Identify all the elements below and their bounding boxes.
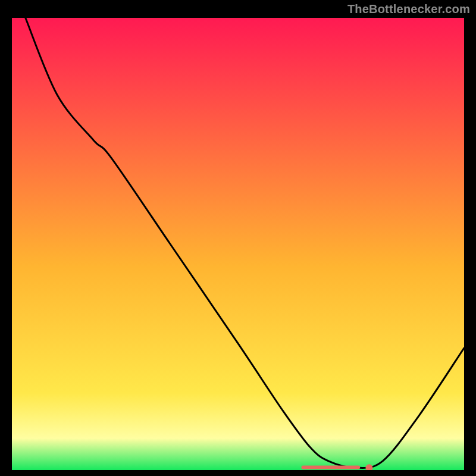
chart-stage: TheBottlenecker.com <box>0 0 476 476</box>
chart-svg <box>12 18 464 470</box>
minimum-bar-segment <box>301 465 360 469</box>
attribution-label: TheBottlenecker.com <box>347 2 470 16</box>
chart-plot-area <box>12 18 464 470</box>
gradient-background <box>12 18 464 470</box>
